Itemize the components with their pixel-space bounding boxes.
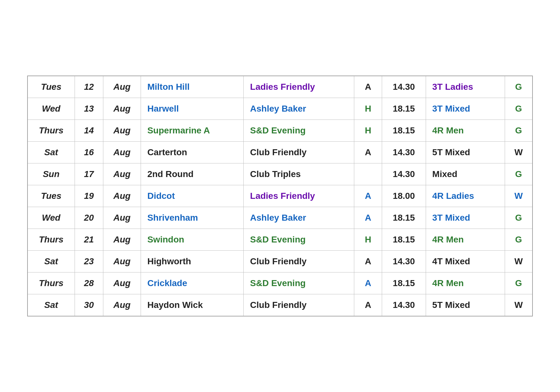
cell-ha: A [354,142,382,163]
cell-time: 18.00 [382,185,426,207]
cell-competition: Ladies Friendly [244,76,354,98]
table-row: Sat 16 Aug Carterton Club Friendly A 14.… [27,142,533,163]
cell-ha: A [354,207,382,229]
cell-ha: A [354,294,382,316]
cell-month: Aug [103,229,141,251]
cell-competition: Club Triples [244,163,354,185]
cell-competition: S&D Evening [244,273,354,294]
cell-ha: A [354,273,382,294]
cell-time: 18.15 [382,229,426,251]
cell-type: 4R Men [426,229,505,251]
cell-ha: H [354,229,382,251]
schedule-table: Tues 12 Aug Milton Hill Ladies Friendly … [27,76,533,316]
cell-month: Aug [103,98,141,120]
cell-result: G [505,273,533,294]
cell-result: G [505,120,533,142]
cell-type: 4R Men [426,120,505,142]
cell-day: Wed [27,207,75,229]
cell-day: Tues [27,185,75,207]
cell-date: 28 [75,273,103,294]
cell-date: 17 [75,163,103,185]
cell-type: 5T Mixed [426,294,505,316]
table-row: Tues 19 Aug Didcot Ladies Friendly A 18.… [27,185,533,207]
table-row: Sun 17 Aug 2nd Round Club Triples 14.30 … [27,163,533,185]
cell-time: 18.15 [382,98,426,120]
cell-time: 18.15 [382,120,426,142]
cell-result: G [505,207,533,229]
cell-type: 3T Mixed [426,207,505,229]
cell-month: Aug [103,142,141,163]
cell-type: 4R Ladies [426,185,505,207]
cell-date: 12 [75,76,103,98]
cell-ha: A [354,76,382,98]
cell-time: 14.30 [382,76,426,98]
cell-competition: S&D Evening [244,229,354,251]
cell-result: G [505,229,533,251]
table-row: Thurs 21 Aug Swindon S&D Evening H 18.15… [27,229,533,251]
cell-result: W [505,251,533,273]
cell-ha: H [354,120,382,142]
cell-result: W [505,185,533,207]
cell-competition: Club Friendly [244,251,354,273]
cell-type: 5T Mixed [426,142,505,163]
cell-ha: A [354,251,382,273]
cell-opponent: Swindon [141,229,244,251]
cell-time: 18.15 [382,207,426,229]
cell-opponent: Highworth [141,251,244,273]
cell-opponent: Shrivenham [141,207,244,229]
cell-result: G [505,76,533,98]
table-row: Thurs 14 Aug Supermarine A S&D Evening H… [27,120,533,142]
cell-date: 16 [75,142,103,163]
cell-date: 21 [75,229,103,251]
cell-month: Aug [103,251,141,273]
cell-month: Aug [103,120,141,142]
cell-type: 4R Men [426,273,505,294]
cell-opponent: Supermarine A [141,120,244,142]
cell-opponent: Carterton [141,142,244,163]
table-row: Sat 23 Aug Highworth Club Friendly A 14.… [27,251,533,273]
cell-day: Sat [27,251,75,273]
cell-time: 14.30 [382,163,426,185]
cell-opponent: Harwell [141,98,244,120]
cell-result: G [505,98,533,120]
cell-ha: A [354,185,382,207]
cell-result: G [505,163,533,185]
cell-month: Aug [103,185,141,207]
cell-day: Thurs [27,120,75,142]
cell-opponent: Haydon Wick [141,294,244,316]
cell-month: Aug [103,163,141,185]
cell-competition: S&D Evening [244,120,354,142]
cell-competition: Ashley Baker [244,98,354,120]
cell-day: Wed [27,98,75,120]
cell-time: 14.30 [382,251,426,273]
cell-competition: Ladies Friendly [244,185,354,207]
cell-day: Tues [27,76,75,98]
cell-competition: Club Friendly [244,294,354,316]
cell-month: Aug [103,294,141,316]
cell-date: 30 [75,294,103,316]
cell-date: 23 [75,251,103,273]
table-row: Thurs 28 Aug Cricklade S&D Evening A 18.… [27,273,533,294]
cell-time: 14.30 [382,142,426,163]
cell-month: Aug [103,273,141,294]
cell-date: 20 [75,207,103,229]
cell-day: Thurs [27,229,75,251]
table-row: Sat 30 Aug Haydon Wick Club Friendly A 1… [27,294,533,316]
cell-opponent: Cricklade [141,273,244,294]
cell-day: Sat [27,294,75,316]
schedule-table-wrapper: Tues 12 Aug Milton Hill Ladies Friendly … [27,76,533,316]
cell-result: W [505,294,533,316]
cell-type: 4T Mixed [426,251,505,273]
cell-competition: Club Friendly [244,142,354,163]
cell-opponent: Didcot [141,185,244,207]
cell-date: 13 [75,98,103,120]
cell-day: Thurs [27,273,75,294]
cell-month: Aug [103,76,141,98]
table-row: Tues 12 Aug Milton Hill Ladies Friendly … [27,76,533,98]
cell-type: 3T Ladies [426,76,505,98]
cell-opponent: 2nd Round [141,163,244,185]
cell-date: 19 [75,185,103,207]
cell-competition: Ashley Baker [244,207,354,229]
cell-type: Mixed [426,163,505,185]
cell-month: Aug [103,207,141,229]
